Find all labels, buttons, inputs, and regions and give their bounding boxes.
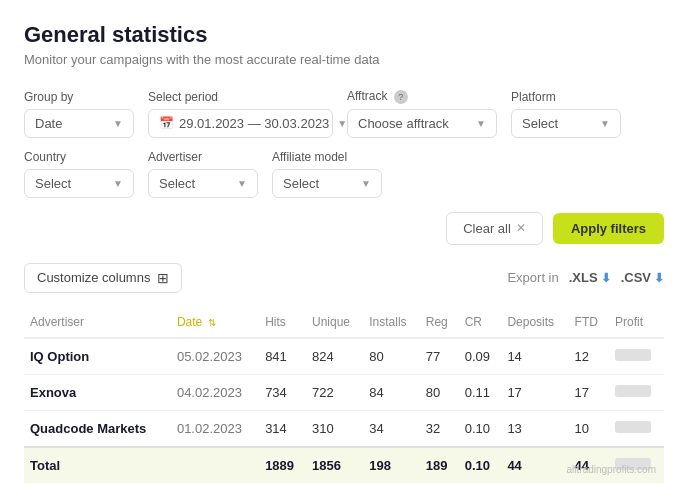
cell-deposits: 13 (501, 410, 568, 447)
export-xls-button[interactable]: .XLS ⬇ (569, 270, 611, 285)
group-by-filter: Group by Date ▼ (24, 90, 134, 138)
cell-unique: 310 (306, 410, 363, 447)
period-label: Select period (148, 90, 333, 104)
col-advertiser: Advertiser (24, 307, 171, 338)
col-hits: Hits (259, 307, 306, 338)
country-select[interactable]: Select ▼ (24, 169, 134, 198)
col-date[interactable]: Date ⇅ (171, 307, 259, 338)
total-installs: 198 (363, 447, 420, 483)
customize-columns-button[interactable]: Customize columns ⊞ (24, 263, 182, 293)
cell-advertiser: Quadcode Markets (24, 410, 171, 447)
advertiser-filter-select[interactable]: Select ▼ (148, 169, 258, 198)
country-filter: Country Select ▼ (24, 150, 134, 198)
total-hits: 1889 (259, 447, 306, 483)
platform-select[interactable]: Select ▼ (511, 109, 621, 138)
filter-actions: Clear all ✕ Apply filters (24, 212, 664, 245)
table-container: Advertiser Date ⇅ Hits Unique Installs R… (24, 307, 664, 483)
toolbar: Customize columns ⊞ Export in .XLS ⬇ .CS… (24, 263, 664, 293)
total-deposits: 44 (501, 447, 568, 483)
chevron-down-icon: ▼ (600, 118, 610, 129)
afftrack-filter: Afftrack ? Choose afftrack ▼ (347, 89, 497, 138)
close-icon: ✕ (516, 221, 526, 235)
cell-date: 05.02.2023 (171, 338, 259, 375)
country-label: Country (24, 150, 134, 164)
cell-ftd: 10 (569, 410, 609, 447)
table-header-row: Advertiser Date ⇅ Hits Unique Installs R… (24, 307, 664, 338)
cell-hits: 734 (259, 374, 306, 410)
export-group: Export in .XLS ⬇ .CSV ⬇ (507, 270, 664, 285)
cell-profit (609, 374, 664, 410)
cell-cr: 0.09 (459, 338, 502, 375)
advertiser-filter-label: Advertiser (148, 150, 258, 164)
col-unique: Unique (306, 307, 363, 338)
afftrack-select[interactable]: Choose afftrack ▼ (347, 109, 497, 138)
cell-advertiser: IQ Option (24, 338, 171, 375)
total-cr: 0.10 (459, 447, 502, 483)
chevron-down-icon: ▼ (113, 118, 123, 129)
col-deposits: Deposits (501, 307, 568, 338)
afftrack-label: Afftrack ? (347, 89, 497, 104)
group-by-select[interactable]: Date ▼ (24, 109, 134, 138)
cell-cr: 0.11 (459, 374, 502, 410)
stats-table: Advertiser Date ⇅ Hits Unique Installs R… (24, 307, 664, 483)
chevron-down-icon: ▼ (337, 118, 347, 129)
affiliate-label: Affiliate model (272, 150, 382, 164)
filters-section: Group by Date ▼ Select period 📅 29.01.20… (24, 89, 664, 198)
chevron-down-icon: ▼ (113, 178, 123, 189)
cell-date: 04.02.2023 (171, 374, 259, 410)
calendar-icon: 📅 (159, 116, 174, 130)
col-profit: Profit (609, 307, 664, 338)
filter-row-2: Country Select ▼ Advertiser Select ▼ Aff… (24, 150, 664, 198)
affiliate-select[interactable]: Select ▼ (272, 169, 382, 198)
cell-hits: 841 (259, 338, 306, 375)
total-label: Total (24, 447, 171, 483)
chevron-down-icon: ▼ (476, 118, 486, 129)
col-cr: CR (459, 307, 502, 338)
col-installs: Installs (363, 307, 420, 338)
clear-all-button[interactable]: Clear all ✕ (446, 212, 543, 245)
cell-installs: 34 (363, 410, 420, 447)
cell-installs: 80 (363, 338, 420, 375)
cell-reg: 77 (420, 338, 459, 375)
cell-hits: 314 (259, 410, 306, 447)
cell-ftd: 12 (569, 338, 609, 375)
table-row: Exnova 04.02.2023 734 722 84 80 0.11 17 … (24, 374, 664, 410)
cell-reg: 80 (420, 374, 459, 410)
col-reg: Reg (420, 307, 459, 338)
table-row: IQ Option 05.02.2023 841 824 80 77 0.09 … (24, 338, 664, 375)
cell-profit (609, 410, 664, 447)
chevron-down-icon: ▼ (361, 178, 371, 189)
total-date (171, 447, 259, 483)
cell-deposits: 14 (501, 338, 568, 375)
sort-icon: ⇅ (208, 317, 216, 328)
cell-cr: 0.10 (459, 410, 502, 447)
chevron-down-icon: ▼ (237, 178, 247, 189)
cell-installs: 84 (363, 374, 420, 410)
cell-deposits: 17 (501, 374, 568, 410)
download-icon: ⬇ (654, 271, 664, 285)
apply-filters-button[interactable]: Apply filters (553, 213, 664, 244)
page-title: General statistics (24, 22, 664, 48)
total-unique: 1856 (306, 447, 363, 483)
period-select[interactable]: 📅 29.01.2023 — 30.03.2023 ▼ (148, 109, 333, 138)
cell-advertiser: Exnova (24, 374, 171, 410)
help-icon: ? (394, 90, 408, 104)
total-reg: 189 (420, 447, 459, 483)
platform-label: Platform (511, 90, 621, 104)
table-row: Quadcode Markets 01.02.2023 314 310 34 3… (24, 410, 664, 447)
cell-date: 01.02.2023 (171, 410, 259, 447)
cell-unique: 824 (306, 338, 363, 375)
platform-filter: Platform Select ▼ (511, 90, 621, 138)
cell-profit (609, 338, 664, 375)
affiliate-filter: Affiliate model Select ▼ (272, 150, 382, 198)
cell-reg: 32 (420, 410, 459, 447)
cell-ftd: 17 (569, 374, 609, 410)
export-csv-button[interactable]: .CSV ⬇ (621, 270, 664, 285)
page-subtitle: Monitor your campaigns with the most acc… (24, 52, 664, 67)
watermark: alltradingprofits.com (567, 464, 656, 475)
group-by-label: Group by (24, 90, 134, 104)
download-icon: ⬇ (601, 271, 611, 285)
filter-row-1: Group by Date ▼ Select period 📅 29.01.20… (24, 89, 664, 138)
cell-unique: 722 (306, 374, 363, 410)
period-filter: Select period 📅 29.01.2023 — 30.03.2023 … (148, 90, 333, 138)
